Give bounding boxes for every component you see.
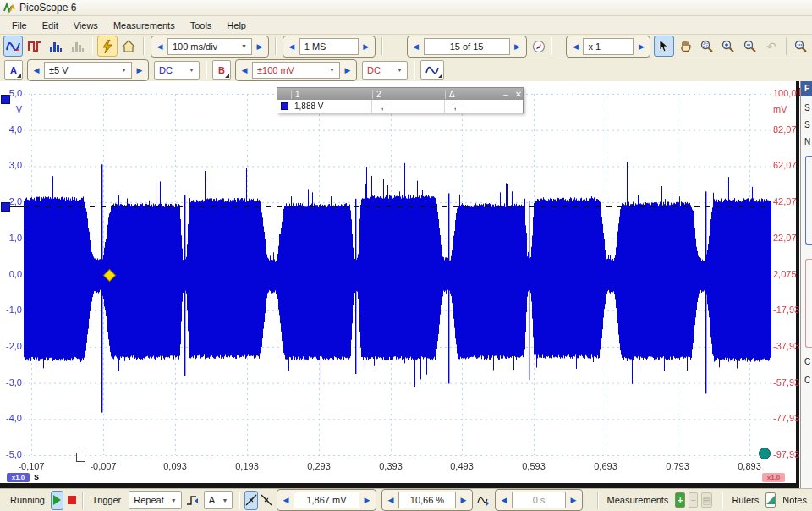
trigger-mode-select[interactable]: Repeat ▼ xyxy=(129,491,181,509)
channel-a-range-increase-button[interactable]: ▶ xyxy=(132,63,147,78)
zoom-decrease-button[interactable]: ◀ xyxy=(568,39,583,54)
zoom-out-tool-button[interactable] xyxy=(740,36,760,57)
persistence-view-button[interactable] xyxy=(47,36,66,57)
rising-edge-icon xyxy=(245,494,257,506)
right-axis-tick: 62,07 xyxy=(773,160,798,170)
post-trigger-field[interactable]: 0 s xyxy=(512,492,566,508)
hand-tool-button[interactable] xyxy=(676,36,695,57)
status-separator xyxy=(239,492,240,509)
trigger-level-field[interactable]: 1,867 mV xyxy=(294,492,359,508)
channel-b-coupling-select[interactable]: DC ▼ xyxy=(362,61,408,80)
zoom-in-tool-button[interactable] xyxy=(719,36,738,57)
spectrum-view-button[interactable] xyxy=(25,36,44,57)
buffer-navigator-button[interactable] xyxy=(530,36,547,56)
left-axis-tick: 4,0 xyxy=(0,124,22,135)
menu-item-tools[interactable]: Tools xyxy=(184,19,219,32)
samples-increase-button[interactable]: ▶ xyxy=(359,39,374,54)
post-trigger-spinner: ◀ 0 s ▶ xyxy=(495,489,583,511)
channel-a-range-select[interactable]: ±5 V ▼ xyxy=(44,62,132,79)
properties-panel-text: S xyxy=(804,120,810,129)
trigger-level-decrease-button[interactable]: ◀ xyxy=(278,492,294,508)
toolbar-separator xyxy=(143,37,145,55)
pre-trigger-decrease-button[interactable]: ◀ xyxy=(383,492,398,508)
buffer-spinner: ◀ 15 of 15 ▶ xyxy=(407,36,527,58)
x-axis-tick: 0,893 xyxy=(724,461,775,471)
toolbar-separator xyxy=(381,37,383,55)
x-axis-tick: 0,093 xyxy=(150,461,200,471)
waveform-canvas[interactable] xyxy=(24,81,771,470)
left-axis-tick: 2,0 xyxy=(0,196,22,206)
pre-trigger-increase-button[interactable]: ▶ xyxy=(456,492,471,508)
post-trigger-icon xyxy=(477,494,491,506)
advanced-trigger-button[interactable] xyxy=(185,491,200,510)
timebase-spinner: ◀ 100 ms/div ▼ ▶ xyxy=(151,36,269,58)
rulers-settings-button[interactable] xyxy=(765,492,776,508)
toolbar-separator xyxy=(92,37,94,55)
ruler-legend[interactable]: 1 2 Δ – ✕ 1,888 V --,-- --,-- xyxy=(277,87,524,113)
play-icon xyxy=(53,495,61,505)
menu-item-file[interactable]: File xyxy=(5,19,34,32)
samples-field[interactable]: 1 MS xyxy=(299,38,359,55)
legend-close-button[interactable]: ✕ xyxy=(511,90,523,99)
ruler-legend-col2: 2 xyxy=(372,90,445,99)
zoom-full-view-button[interactable] xyxy=(792,36,811,57)
buffer-previous-button[interactable]: ◀ xyxy=(409,39,424,54)
edit-measurement-button[interactable]: ▤ xyxy=(701,492,711,508)
pre-trigger-value: 10,66 % xyxy=(410,495,444,505)
signal-generator-button[interactable] xyxy=(420,60,444,80)
post-trigger-increase-button[interactable]: ▶ xyxy=(566,492,581,508)
menu-item-edit[interactable]: Edit xyxy=(36,19,65,32)
right-scale-badge: x1.0 xyxy=(762,473,785,482)
timebase-decrease-button[interactable]: ◀ xyxy=(152,39,167,54)
add-measurement-button[interactable]: + xyxy=(675,492,685,508)
delete-measurement-button[interactable]: − xyxy=(689,492,699,508)
marquee-zoom-tool-button[interactable] xyxy=(697,36,716,57)
post-trigger-decrease-button[interactable]: ◀ xyxy=(497,492,512,508)
samples-value: 1 MS xyxy=(304,41,326,52)
home-button[interactable] xyxy=(119,36,139,57)
xy-view-button[interactable] xyxy=(68,36,87,57)
channel-b-range-select[interactable]: ±100 mV ▼ xyxy=(252,62,340,79)
x-axis-tick: -0,007 xyxy=(78,461,129,471)
normal-selection-tool-button[interactable] xyxy=(654,36,673,57)
menu-item-help[interactable]: Help xyxy=(220,19,253,32)
falling-edge-icon xyxy=(261,494,272,506)
post-trigger-toggle-button[interactable] xyxy=(476,491,491,510)
menu-item-views[interactable]: Views xyxy=(67,19,105,32)
start-capture-button[interactable] xyxy=(51,491,63,510)
scope-view-button[interactable] xyxy=(3,36,23,57)
channel-a-coupling-select[interactable]: DC ▼ xyxy=(154,61,200,80)
zoom-spinner: ◀ x 1 ▶ xyxy=(566,36,650,58)
buffer-field[interactable]: 15 of 15 xyxy=(424,38,510,55)
trigger-level-increase-button[interactable]: ▶ xyxy=(359,492,375,508)
pre-trigger-field[interactable]: 10,66 % xyxy=(398,492,456,508)
stop-capture-button[interactable] xyxy=(65,491,78,510)
channel-b-range-decrease-button[interactable]: ◀ xyxy=(237,63,252,78)
auto-setup-button[interactable] xyxy=(97,36,117,57)
channel-b-menu-button[interactable]: B xyxy=(212,60,231,80)
capture-status: Running xyxy=(10,495,45,505)
home-icon xyxy=(122,40,135,53)
channel-a-range-decrease-button[interactable]: ◀ xyxy=(29,63,44,78)
menu-item-measurements[interactable]: Measurements xyxy=(107,19,182,32)
undo-zoom-button[interactable]: ↶ xyxy=(761,36,781,57)
notes-label: Notes xyxy=(782,495,807,505)
falling-edge-button[interactable] xyxy=(260,491,273,510)
properties-panel-sliver: F SSNCC xyxy=(800,81,812,488)
zoom-field[interactable]: x 1 xyxy=(583,38,634,55)
channel-a-coupling-value: DC xyxy=(159,65,173,75)
ruler-legend-header: 1 2 Δ – ✕ xyxy=(277,88,523,100)
x-axis-tick: 0,793 xyxy=(652,461,703,471)
zoom-increase-button[interactable]: ▶ xyxy=(634,39,649,54)
channel-a-menu-button[interactable]: A xyxy=(4,60,23,80)
legend-minimize-button[interactable]: – xyxy=(497,90,511,99)
channel-b-range-increase-button[interactable]: ▶ xyxy=(340,63,355,78)
buffer-next-button[interactable]: ▶ xyxy=(510,39,525,54)
trigger-source-select[interactable]: A ▼ xyxy=(204,491,233,509)
magnifier-marquee-icon xyxy=(700,40,714,53)
rising-edge-button[interactable] xyxy=(244,491,258,510)
timebase-select[interactable]: 100 ms/div ▼ xyxy=(167,38,252,55)
samples-decrease-button[interactable]: ◀ xyxy=(284,39,299,54)
buffer-value: 15 of 15 xyxy=(450,41,484,52)
timebase-increase-button[interactable]: ▶ xyxy=(252,39,267,54)
